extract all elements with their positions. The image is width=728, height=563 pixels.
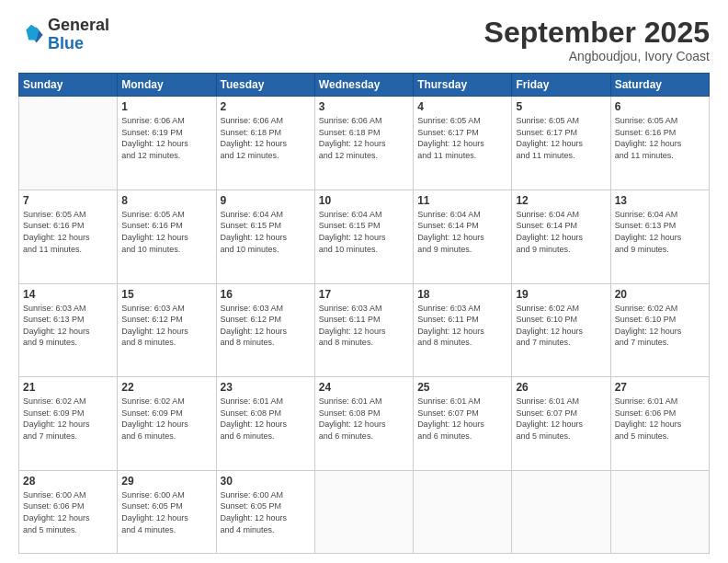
table-row (19, 97, 118, 190)
day-info: Sunrise: 6:03 AM Sunset: 6:12 PM Dayligh… (221, 303, 311, 349)
day-info: Sunrise: 6:01 AM Sunset: 6:07 PM Dayligh… (516, 396, 606, 442)
table-row: 28Sunrise: 6:00 AM Sunset: 6:06 PM Dayli… (19, 470, 118, 553)
table-row (414, 470, 512, 553)
table-row: 24Sunrise: 6:01 AM Sunset: 6:08 PM Dayli… (314, 377, 413, 471)
page: General Blue September 2025 Angboudjou, … (0, 0, 728, 563)
title-block: September 2025 Angboudjou, Ivory Coast (484, 17, 710, 63)
day-number: 3 (319, 100, 409, 113)
table-row (610, 470, 709, 553)
day-number: 4 (417, 100, 507, 113)
day-number: 6 (615, 100, 705, 113)
day-number: 16 (221, 288, 311, 301)
logo-general: General (48, 16, 109, 34)
day-number: 14 (23, 288, 113, 301)
calendar-week-row: 14Sunrise: 6:03 AM Sunset: 6:13 PM Dayli… (19, 283, 710, 377)
day-info: Sunrise: 6:03 AM Sunset: 6:13 PM Dayligh… (23, 303, 113, 349)
day-number: 28 (23, 475, 113, 488)
header: General Blue September 2025 Angboudjou, … (18, 17, 710, 63)
calendar-week-row: 7Sunrise: 6:05 AM Sunset: 6:16 PM Daylig… (19, 190, 710, 283)
day-number: 8 (121, 194, 211, 207)
table-row: 13Sunrise: 6:04 AM Sunset: 6:13 PM Dayli… (610, 190, 709, 283)
day-number: 19 (516, 288, 606, 301)
day-info: Sunrise: 6:05 AM Sunset: 6:17 PM Dayligh… (417, 115, 507, 161)
day-info: Sunrise: 6:02 AM Sunset: 6:10 PM Dayligh… (516, 303, 606, 349)
day-info: Sunrise: 6:06 AM Sunset: 6:18 PM Dayligh… (319, 115, 409, 161)
table-row: 5Sunrise: 6:05 AM Sunset: 6:17 PM Daylig… (512, 97, 610, 190)
table-row: 21Sunrise: 6:02 AM Sunset: 6:09 PM Dayli… (19, 377, 118, 471)
col-wednesday: Wednesday (314, 74, 413, 97)
calendar-header-row: Sunday Monday Tuesday Wednesday Thursday… (19, 74, 710, 97)
month-title: September 2025 (484, 17, 710, 49)
calendar-table: Sunday Monday Tuesday Wednesday Thursday… (18, 73, 710, 554)
location-subtitle: Angboudjou, Ivory Coast (484, 49, 710, 63)
day-info: Sunrise: 6:04 AM Sunset: 6:13 PM Dayligh… (615, 209, 705, 255)
table-row: 26Sunrise: 6:01 AM Sunset: 6:07 PM Dayli… (512, 377, 610, 471)
table-row: 1Sunrise: 6:06 AM Sunset: 6:19 PM Daylig… (118, 97, 216, 190)
day-info: Sunrise: 6:05 AM Sunset: 6:16 PM Dayligh… (121, 209, 211, 255)
col-sunday: Sunday (19, 74, 118, 97)
day-number: 21 (23, 381, 113, 394)
day-number: 17 (319, 288, 409, 301)
day-info: Sunrise: 6:01 AM Sunset: 6:08 PM Dayligh… (319, 396, 409, 442)
day-info: Sunrise: 6:04 AM Sunset: 6:15 PM Dayligh… (319, 209, 409, 255)
day-number: 5 (516, 100, 606, 113)
table-row: 18Sunrise: 6:03 AM Sunset: 6:11 PM Dayli… (414, 283, 512, 377)
calendar-week-row: 1Sunrise: 6:06 AM Sunset: 6:19 PM Daylig… (19, 97, 710, 190)
day-info: Sunrise: 6:04 AM Sunset: 6:14 PM Dayligh… (516, 209, 606, 255)
logo-icon (18, 22, 44, 48)
day-number: 15 (121, 288, 211, 301)
calendar-week-row: 28Sunrise: 6:00 AM Sunset: 6:06 PM Dayli… (19, 470, 710, 553)
day-number: 27 (615, 381, 705, 394)
day-info: Sunrise: 6:05 AM Sunset: 6:17 PM Dayligh… (516, 115, 606, 161)
col-tuesday: Tuesday (216, 74, 314, 97)
day-number: 7 (23, 194, 113, 207)
table-row: 19Sunrise: 6:02 AM Sunset: 6:10 PM Dayli… (512, 283, 610, 377)
day-info: Sunrise: 6:00 AM Sunset: 6:05 PM Dayligh… (121, 489, 211, 535)
day-number: 11 (417, 194, 507, 207)
day-info: Sunrise: 6:05 AM Sunset: 6:16 PM Dayligh… (615, 115, 705, 161)
day-info: Sunrise: 6:03 AM Sunset: 6:12 PM Dayligh… (121, 303, 211, 349)
day-number: 9 (221, 194, 311, 207)
table-row: 3Sunrise: 6:06 AM Sunset: 6:18 PM Daylig… (314, 97, 413, 190)
day-number: 18 (417, 288, 507, 301)
day-number: 12 (516, 194, 606, 207)
table-row: 30Sunrise: 6:00 AM Sunset: 6:05 PM Dayli… (216, 470, 314, 553)
table-row: 15Sunrise: 6:03 AM Sunset: 6:12 PM Dayli… (118, 283, 216, 377)
col-thursday: Thursday (414, 74, 512, 97)
day-number: 2 (221, 100, 311, 113)
logo-blue: Blue (48, 34, 84, 52)
day-info: Sunrise: 6:06 AM Sunset: 6:19 PM Dayligh… (121, 115, 211, 161)
day-info: Sunrise: 6:01 AM Sunset: 6:06 PM Dayligh… (615, 396, 705, 442)
day-number: 25 (417, 381, 507, 394)
table-row: 6Sunrise: 6:05 AM Sunset: 6:16 PM Daylig… (610, 97, 709, 190)
table-row: 29Sunrise: 6:00 AM Sunset: 6:05 PM Dayli… (118, 470, 216, 553)
table-row: 8Sunrise: 6:05 AM Sunset: 6:16 PM Daylig… (118, 190, 216, 283)
day-number: 26 (516, 381, 606, 394)
day-info: Sunrise: 6:02 AM Sunset: 6:10 PM Dayligh… (615, 303, 705, 349)
day-number: 23 (221, 381, 311, 394)
day-info: Sunrise: 6:01 AM Sunset: 6:08 PM Dayligh… (221, 396, 311, 442)
day-info: Sunrise: 6:00 AM Sunset: 6:06 PM Dayligh… (23, 489, 113, 535)
day-info: Sunrise: 6:03 AM Sunset: 6:11 PM Dayligh… (319, 303, 409, 349)
day-info: Sunrise: 6:02 AM Sunset: 6:09 PM Dayligh… (121, 396, 211, 442)
table-row: 7Sunrise: 6:05 AM Sunset: 6:16 PM Daylig… (19, 190, 118, 283)
day-number: 22 (121, 381, 211, 394)
table-row: 16Sunrise: 6:03 AM Sunset: 6:12 PM Dayli… (216, 283, 314, 377)
day-info: Sunrise: 6:05 AM Sunset: 6:16 PM Dayligh… (23, 209, 113, 255)
logo: General Blue (18, 17, 109, 53)
table-row: 9Sunrise: 6:04 AM Sunset: 6:15 PM Daylig… (216, 190, 314, 283)
table-row: 14Sunrise: 6:03 AM Sunset: 6:13 PM Dayli… (19, 283, 118, 377)
day-number: 24 (319, 381, 409, 394)
table-row: 23Sunrise: 6:01 AM Sunset: 6:08 PM Dayli… (216, 377, 314, 471)
col-monday: Monday (118, 74, 216, 97)
table-row (314, 470, 413, 553)
table-row: 20Sunrise: 6:02 AM Sunset: 6:10 PM Dayli… (610, 283, 709, 377)
table-row: 17Sunrise: 6:03 AM Sunset: 6:11 PM Dayli… (314, 283, 413, 377)
day-info: Sunrise: 6:04 AM Sunset: 6:14 PM Dayligh… (417, 209, 507, 255)
day-info: Sunrise: 6:06 AM Sunset: 6:18 PM Dayligh… (221, 115, 311, 161)
table-row: 27Sunrise: 6:01 AM Sunset: 6:06 PM Dayli… (610, 377, 709, 471)
day-number: 29 (121, 475, 211, 488)
day-number: 10 (319, 194, 409, 207)
day-info: Sunrise: 6:03 AM Sunset: 6:11 PM Dayligh… (417, 303, 507, 349)
logo-text: General Blue (48, 17, 109, 53)
